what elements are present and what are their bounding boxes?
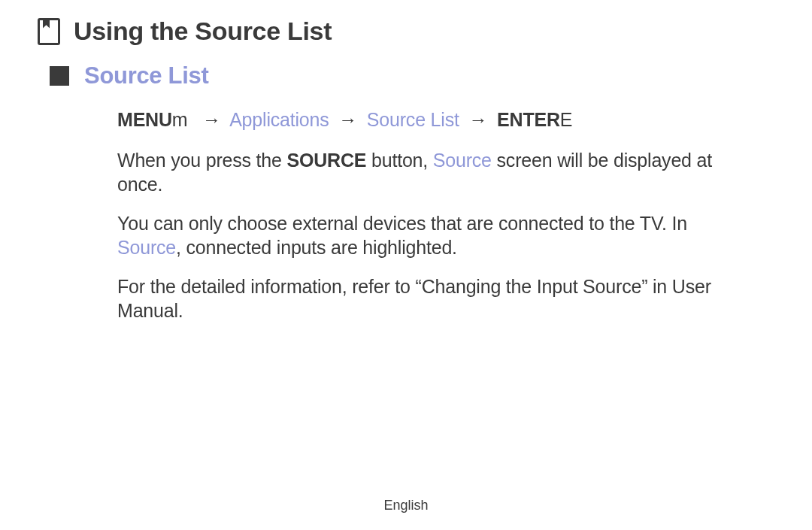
text-segment: , connected inputs are highlighted. [176,237,457,258]
paragraph-1: When you press the SOURCE button, Source… [117,148,752,196]
source-bold: SOURCE [287,150,367,171]
page-title: Using the Source List [74,17,332,46]
arrow-icon: → [198,109,226,130]
section-heading-row: Source List [50,62,752,89]
manual-page: Using the Source List Source List MENUm … [0,0,812,530]
page-title-row: Using the Source List [38,17,752,46]
bookmark-icon [38,18,60,45]
content-body: MENUm → Applications → Source List → ENT… [117,108,752,323]
text-segment: You can only choose external devices tha… [117,213,687,234]
source-blue: Source [117,237,176,258]
menu-path: MENUm → Applications → Source List → ENT… [117,108,752,132]
menu-label-bold: MENU [117,109,172,130]
text-segment: button, [366,150,433,171]
square-bullet-icon [50,66,69,86]
enter-label-bold: ENTER [497,109,560,130]
menu-label-small: m [172,109,188,130]
paragraph-3: For the detailed information, refer to “… [117,274,752,323]
enter-label-tail: E [560,109,574,130]
paragraph-2: You can only choose external devices tha… [117,211,752,259]
arrow-icon: → [464,109,492,130]
arrow-icon: → [334,109,362,130]
footer-language: English [0,498,812,513]
nav-applications: Applications [229,109,329,130]
text-segment: When you press the [117,150,287,171]
section-heading: Source List [84,62,209,89]
nav-source-list: Source List [367,109,459,130]
source-blue: Source [433,150,492,171]
